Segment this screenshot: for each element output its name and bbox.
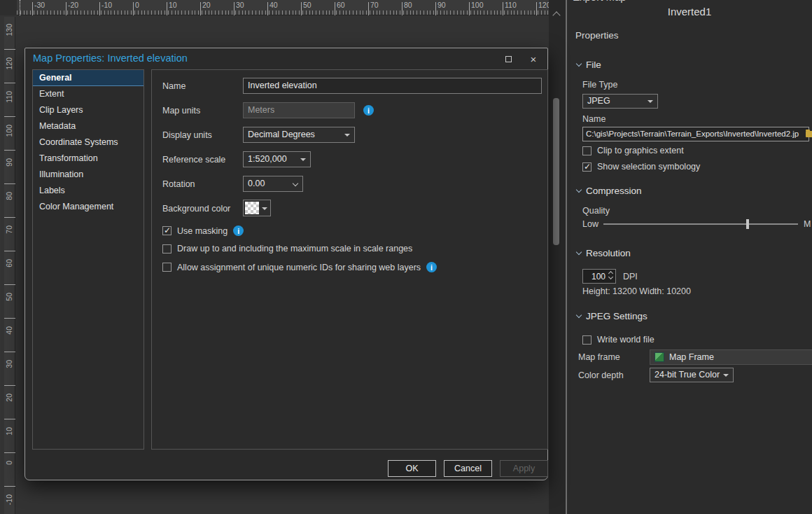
quality-slider-thumb[interactable] [746,219,749,229]
use-masking-info-icon[interactable]: i [233,225,244,236]
reference-scale-dropdown[interactable]: 1:520,000 [243,151,311,167]
rotation-label: Rotation [162,179,195,189]
browse-folder-icon[interactable] [806,131,812,137]
color-depth-label: Color depth [578,370,624,380]
map-units-info-icon[interactable]: i [363,105,374,116]
map-properties-dialog: Map Properties: Inverted elevation × Gen… [24,48,548,480]
unique-ids-checkbox[interactable] [162,263,172,272]
sidebar-item-illumination[interactable]: Illumination [33,167,144,183]
unique-ids-row[interactable]: Allow assignment of unique numeric IDs f… [162,262,437,272]
write-world-file-row[interactable]: Write world file [582,335,654,345]
sidebar-item-clip-layers[interactable]: Clip Layers [33,102,144,118]
compression-section-header[interactable]: Compression [577,186,642,196]
maximize-icon[interactable] [503,53,514,64]
chevron-down-icon [723,374,729,377]
display-units-label: Display units [162,130,212,140]
spinner-arrows-icon[interactable] [609,272,612,279]
vertical-ruler: 1301201101009080706050403020100-10 [4,17,15,514]
dpi-spinner[interactable]: 100 [582,269,616,284]
export-pane: Export Map Inverted1 Properties File Fil… [566,0,812,514]
apply-button: Apply [500,460,548,477]
use-masking-checkbox[interactable] [162,226,172,235]
dialog-title: Map Properties: Inverted elevation [33,53,188,64]
color-depth-dropdown[interactable]: 24-bit True Color [650,368,734,382]
scroll-up-arrow-icon[interactable] [552,11,560,19]
write-world-file-checkbox[interactable] [582,335,592,345]
clip-graphics-checkbox[interactable] [582,146,592,155]
map-frame-dropdown[interactable]: Map Frame [650,349,812,365]
chevron-down-icon [576,312,582,318]
ok-button[interactable]: OK [388,460,436,477]
sidebar-item-labels[interactable]: Labels [33,183,144,199]
chevron-down-icon [576,249,582,255]
horizontal-ruler: -30-20-100102030405060708090100110120 [17,0,553,15]
dpi-label: DPI [623,272,638,282]
draw-max-scale-row[interactable]: Draw up to and including the maximum sca… [162,244,412,253]
map-units-input: Meters [243,102,355,118]
quality-slider-track[interactable] [603,223,798,225]
display-units-dropdown[interactable]: Decimal Degrees [243,127,355,143]
clip-graphics-row[interactable]: Clip to graphics extent [582,146,684,155]
general-settings-panel: Name Inverted elevation Map units Meters… [151,69,548,450]
ruler-corner [0,0,17,15]
quality-max-label: M [804,219,811,229]
transparent-color-swatch [245,202,259,214]
map-frame-icon [654,352,664,362]
map-units-label: Map units [162,106,200,116]
show-selection-row[interactable]: Show selection symbology [582,162,700,172]
quality-label: Quality [582,206,610,216]
file-type-dropdown[interactable]: JPEG [582,94,658,109]
sidebar-item-transformation[interactable]: Transformation [33,151,144,167]
use-masking-row[interactable]: Use masking i [162,225,244,236]
properties-label: Properties [575,30,619,41]
name-field-label: Name [162,81,186,91]
sidebar-item-metadata[interactable]: Metadata [33,118,144,134]
resolution-section-header[interactable]: Resolution [577,248,631,258]
draw-max-scale-checkbox[interactable] [162,244,172,253]
vertical-scrollbar-thumb[interactable] [553,98,559,245]
scrollbar-gutter [549,0,566,514]
quality-low-label: Low [582,219,598,229]
background-color-label: Background color [162,204,230,214]
ruler-origin-marker [20,0,20,15]
sidebar-item-color-management[interactable]: Color Management [33,199,144,215]
file-section-header[interactable]: File [577,60,601,70]
reference-scale-label: Reference scale [162,155,225,165]
export-item-title: Inverted1 [567,6,812,18]
chevron-down-icon [344,134,350,137]
jpeg-settings-section-header[interactable]: JPEG Settings [577,311,648,321]
dialog-sidebar: General Extent Clip Layers Metadata Coor… [32,69,144,450]
chevron-down-icon [576,187,582,193]
chevron-down-icon [300,158,306,161]
cancel-button[interactable]: Cancel [444,460,492,477]
show-selection-checkbox[interactable] [582,162,592,172]
chevron-down-icon [648,100,653,103]
pane-header-clipped: Export Map [573,0,713,4]
rotation-combobox[interactable]: 0.00 [243,176,303,192]
output-size-text: Height: 13200 Width: 10200 [582,286,691,296]
chevron-down-icon [576,61,582,67]
file-type-label: File Type [582,80,618,90]
unique-ids-info-icon[interactable]: i [426,262,437,272]
file-name-label: Name [582,114,606,124]
sidebar-item-coordinate-systems[interactable]: Coordinate Systems [33,134,144,151]
close-icon[interactable]: × [528,53,539,64]
map-name-input[interactable]: Inverted elevation [243,78,542,94]
chevron-down-icon [293,181,298,186]
map-frame-label: Map frame [578,352,620,362]
file-path-input[interactable]: C:\gis\Projects\Terrain\Terrain_Exports\… [582,127,809,141]
sidebar-item-general[interactable]: General [33,70,144,86]
background-color-picker[interactable] [243,200,271,216]
sidebar-item-extent[interactable]: Extent [33,86,144,102]
chevron-down-icon [262,207,267,210]
